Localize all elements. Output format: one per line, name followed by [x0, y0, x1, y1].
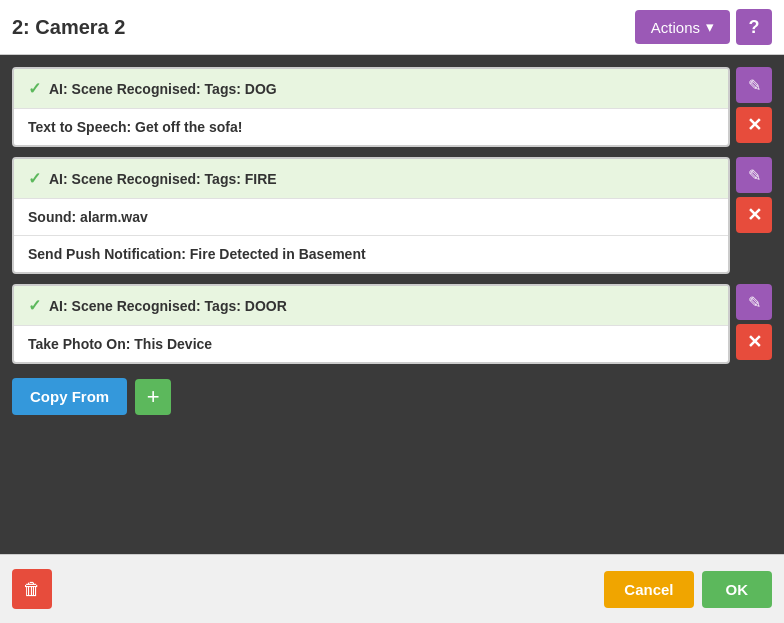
rule-card-1: ✓ AI: Scene Recognised: Tags: DOG Text t… — [12, 67, 772, 147]
actions-button[interactable]: Actions ▾ — [635, 10, 730, 44]
edit-icon-2: ✎ — [748, 166, 761, 185]
rule-header-3: ✓ AI: Scene Recognised: Tags: DOOR — [14, 286, 728, 325]
check-icon-1: ✓ — [28, 79, 41, 98]
rule-header-1: ✓ AI: Scene Recognised: Tags: DOG — [14, 69, 728, 108]
header-actions: Actions ▾ ? — [635, 9, 772, 45]
main-footer: Copy From + — [12, 378, 772, 415]
action-item-2-0: Sound: alarm.wav — [14, 198, 728, 235]
close-icon-1: ✕ — [747, 114, 762, 136]
edit-icon-1: ✎ — [748, 76, 761, 95]
ok-button[interactable]: OK — [702, 571, 773, 608]
trash-button[interactable]: 🗑 — [12, 569, 52, 609]
rule-actions-col-2: ✎ ✕ — [736, 157, 772, 233]
check-icon-2: ✓ — [28, 169, 41, 188]
page-header: 2: Camera 2 Actions ▾ ? — [0, 0, 784, 55]
footer-right: Cancel OK — [604, 571, 772, 608]
cancel-button[interactable]: Cancel — [604, 571, 693, 608]
copy-from-button[interactable]: Copy From — [12, 378, 127, 415]
edit-button-2[interactable]: ✎ — [736, 157, 772, 193]
rule-body-2: ✓ AI: Scene Recognised: Tags: FIRE Sound… — [12, 157, 730, 274]
action-item-1-0: Text to Speech: Get off the sofa! — [14, 108, 728, 145]
page-footer: 🗑 Cancel OK — [0, 554, 784, 623]
rule-body-3: ✓ AI: Scene Recognised: Tags: DOOR Take … — [12, 284, 730, 364]
action-item-2-1: Send Push Notification: Fire Detected in… — [14, 235, 728, 272]
page-title: 2: Camera 2 — [12, 16, 125, 39]
action-item-3-0: Take Photo On: This Device — [14, 325, 728, 362]
rule-trigger-3: AI: Scene Recognised: Tags: DOOR — [49, 298, 287, 314]
actions-label: Actions — [651, 19, 700, 36]
rule-card-3: ✓ AI: Scene Recognised: Tags: DOOR Take … — [12, 284, 772, 364]
help-button[interactable]: ? — [736, 9, 772, 45]
rule-trigger-1: AI: Scene Recognised: Tags: DOG — [49, 81, 277, 97]
chevron-down-icon: ▾ — [706, 18, 714, 36]
rule-trigger-2: AI: Scene Recognised: Tags: FIRE — [49, 171, 277, 187]
main-panel: ✓ AI: Scene Recognised: Tags: DOG Text t… — [0, 55, 784, 554]
rule-header-2: ✓ AI: Scene Recognised: Tags: FIRE — [14, 159, 728, 198]
rule-actions-col-1: ✎ ✕ — [736, 67, 772, 143]
edit-icon-3: ✎ — [748, 293, 761, 312]
rule-actions-col-3: ✎ ✕ — [736, 284, 772, 360]
rule-body-1: ✓ AI: Scene Recognised: Tags: DOG Text t… — [12, 67, 730, 147]
edit-button-1[interactable]: ✎ — [736, 67, 772, 103]
delete-button-1[interactable]: ✕ — [736, 107, 772, 143]
edit-button-3[interactable]: ✎ — [736, 284, 772, 320]
rule-card-2: ✓ AI: Scene Recognised: Tags: FIRE Sound… — [12, 157, 772, 274]
close-icon-2: ✕ — [747, 204, 762, 226]
add-rule-button[interactable]: + — [135, 379, 171, 415]
delete-button-3[interactable]: ✕ — [736, 324, 772, 360]
check-icon-3: ✓ — [28, 296, 41, 315]
close-icon-3: ✕ — [747, 331, 762, 353]
delete-button-2[interactable]: ✕ — [736, 197, 772, 233]
trash-icon: 🗑 — [23, 579, 41, 600]
